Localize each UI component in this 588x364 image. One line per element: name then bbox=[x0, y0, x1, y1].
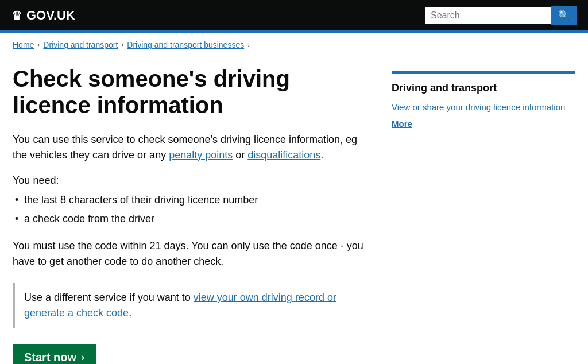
main-content: Check someone's driving licence informat… bbox=[13, 65, 369, 364]
list-item: a check code from the driver bbox=[13, 211, 369, 227]
search-icon: 🔍 bbox=[558, 10, 570, 20]
breadcrumb-home[interactable]: Home bbox=[13, 40, 34, 49]
sidebar-links: View or share your driving licence infor… bbox=[392, 101, 575, 113]
info-box-paragraph: Use a different service if you want to v… bbox=[24, 290, 359, 321]
crown-icon: ♛ bbox=[11, 9, 22, 22]
info-box: Use a different service if you want to v… bbox=[13, 283, 369, 328]
breadcrumb-driving-transport[interactable]: Driving and transport bbox=[43, 40, 118, 49]
chevron-icon-2: › bbox=[121, 41, 123, 49]
breadcrumb: Home › Driving and transport › Driving a… bbox=[13, 33, 575, 54]
list-item: View or share your driving licence infor… bbox=[392, 101, 575, 113]
code-info-text: You must use the code within 21 days. Yo… bbox=[13, 238, 369, 269]
content-layout: Check someone's driving licence informat… bbox=[13, 54, 575, 364]
info-box-prefix: Use a different service if you want to bbox=[24, 292, 194, 303]
penalty-points-link[interactable]: penalty points bbox=[169, 149, 233, 161]
search-form: 🔍 bbox=[425, 6, 577, 25]
start-button-label: Start now bbox=[24, 351, 76, 364]
search-button[interactable]: 🔍 bbox=[551, 6, 577, 25]
sidebar: Driving and transport View or share your… bbox=[392, 65, 575, 364]
sidebar-more-link[interactable]: More bbox=[392, 119, 575, 129]
page-title: Check someone's driving licence informat… bbox=[13, 65, 369, 118]
list-item: the last 8 characters of their driving l… bbox=[13, 192, 369, 208]
sidebar-title: Driving and transport bbox=[392, 82, 575, 94]
start-now-button[interactable]: Start now › bbox=[13, 344, 96, 364]
breadcrumb-businesses[interactable]: Driving and transport businesses bbox=[127, 40, 244, 49]
sidebar-view-share-link[interactable]: View or share your driving licence infor… bbox=[392, 102, 565, 112]
chevron-icon-1: › bbox=[37, 41, 40, 49]
site-header: ♛ GOV.UK 🔍 bbox=[0, 0, 588, 30]
chevron-icon-3: › bbox=[247, 41, 250, 49]
intro-paragraph: You can use this service to check someon… bbox=[13, 132, 369, 163]
chevron-right-icon: › bbox=[81, 351, 84, 363]
disqualifications-link[interactable]: disqualifications bbox=[247, 149, 320, 161]
you-need-label: You need: bbox=[13, 175, 369, 187]
gov-uk-logo[interactable]: ♛ GOV.UK bbox=[11, 8, 75, 23]
search-input[interactable] bbox=[425, 7, 551, 24]
requirements-list: the last 8 characters of their driving l… bbox=[13, 192, 369, 227]
sidebar-accent-bar bbox=[392, 71, 575, 74]
info-box-suffix: . bbox=[129, 307, 131, 319]
logo-text: GOV.UK bbox=[26, 8, 75, 23]
